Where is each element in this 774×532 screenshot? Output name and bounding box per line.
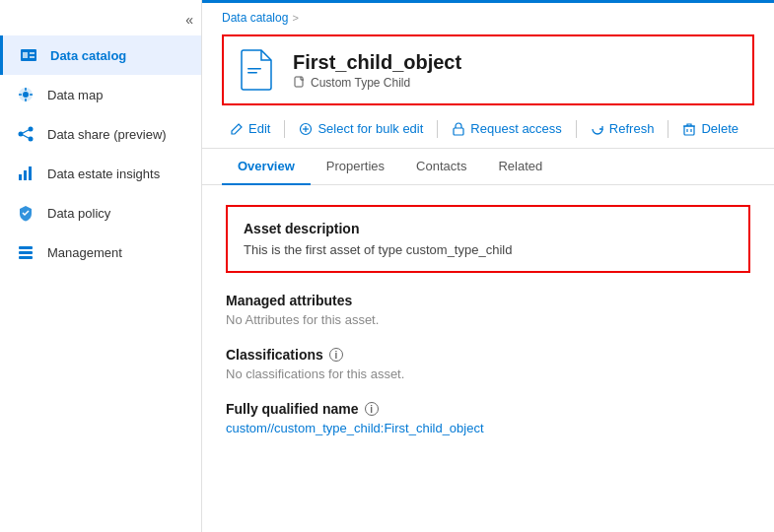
content-area: Asset description This is the first asse… (202, 185, 774, 532)
svg-line-13 (23, 130, 29, 133)
refresh-button[interactable]: Refresh (583, 117, 663, 140)
tab-contacts[interactable]: Contacts (400, 149, 482, 185)
classifications-info-icon: i (329, 348, 343, 362)
toolbar-divider-3 (576, 120, 577, 138)
edit-icon (230, 122, 244, 136)
data-estate-insights-icon (16, 164, 35, 183)
tab-overview[interactable]: Overview (222, 149, 311, 185)
data-policy-icon (16, 203, 35, 223)
sidebar-item-label-data-estate-insights: Data estate insights (47, 166, 160, 181)
managed-attributes-label: Managed attributes (226, 293, 750, 308)
sidebar-collapse-button[interactable]: « (185, 12, 193, 28)
toolbar-divider-2 (437, 120, 438, 138)
sidebar-item-label-data-map: Data map (47, 88, 103, 102)
request-access-button[interactable]: Request access (444, 117, 570, 140)
sidebar-item-label-data-catalog: Data catalog (50, 48, 126, 63)
svg-rect-2 (30, 52, 35, 54)
asset-title: First_child_object (293, 50, 461, 74)
breadcrumb-separator: > (292, 12, 298, 24)
data-catalog-icon (19, 45, 38, 65)
sidebar-item-label-management: Management (47, 245, 122, 260)
svg-rect-28 (684, 126, 694, 135)
sidebar-item-label-data-policy: Data policy (47, 206, 110, 221)
svg-rect-3 (30, 56, 35, 58)
asset-icon (236, 48, 279, 92)
fully-qualified-name-label: Fully qualified name i (226, 401, 750, 417)
svg-rect-27 (454, 128, 463, 135)
fully-qualified-name-info-icon: i (365, 402, 379, 416)
bulk-edit-button[interactable]: Select for bulk edit (291, 117, 431, 140)
breadcrumb: Data catalog > (202, 3, 774, 29)
classifications-label: Classifications i (226, 347, 750, 363)
asset-description-title: Asset description (244, 221, 733, 236)
asset-header: First_child_object Custom Type Child (222, 34, 754, 105)
delete-button[interactable]: Delete (674, 117, 746, 140)
toolbar: Edit Select for bulk edit Request access (202, 113, 774, 149)
toolbar-divider-4 (668, 120, 668, 138)
svg-point-5 (23, 92, 29, 98)
sidebar: « Data catalog Data map (0, 0, 202, 532)
tab-properties[interactable]: Properties (311, 149, 400, 185)
delete-icon (682, 122, 696, 136)
asset-info: First_child_object Custom Type Child (293, 50, 461, 90)
tabs-bar: Overview Properties Contacts Related (202, 149, 774, 185)
svg-rect-18 (19, 246, 33, 249)
edit-button[interactable]: Edit (222, 117, 278, 140)
data-share-icon (16, 124, 35, 144)
svg-rect-17 (29, 166, 32, 180)
fully-qualified-name-link[interactable]: custom//custom_type_child:First_child_ob… (226, 421, 750, 435)
request-access-icon (452, 122, 465, 136)
classifications-value: No classifications for this asset. (226, 366, 750, 381)
asset-description-box: Asset description This is the first asse… (226, 205, 750, 273)
svg-rect-19 (19, 251, 33, 254)
svg-rect-22 (247, 72, 257, 74)
sidebar-item-data-map[interactable]: Data map (0, 75, 201, 114)
management-icon (16, 242, 35, 262)
breadcrumb-data-catalog[interactable]: Data catalog (222, 11, 288, 25)
svg-rect-15 (19, 174, 22, 180)
sidebar-item-data-estate-insights[interactable]: Data estate insights (0, 154, 201, 193)
svg-rect-21 (247, 68, 261, 70)
svg-rect-1 (23, 52, 28, 58)
sidebar-collapse-area: « (0, 8, 201, 35)
classifications-section: Classifications i No classifications for… (226, 347, 750, 381)
asset-description-text: This is the first asset of type custom_t… (244, 242, 733, 257)
asset-subtitle-icon (293, 76, 307, 90)
bulk-edit-icon (299, 122, 313, 136)
main-content: Data catalog > First_child_object Custom… (202, 0, 774, 532)
svg-point-12 (29, 137, 34, 142)
sidebar-item-label-data-share: Data share (preview) (47, 127, 167, 142)
tab-related[interactable]: Related (482, 149, 558, 185)
svg-rect-20 (19, 256, 33, 259)
sidebar-item-data-share[interactable]: Data share (preview) (0, 114, 201, 154)
asset-subtitle: Custom Type Child (293, 76, 461, 90)
sidebar-item-data-policy[interactable]: Data policy (0, 193, 201, 233)
toolbar-divider-1 (284, 120, 285, 138)
svg-point-10 (19, 132, 24, 137)
svg-rect-16 (24, 170, 27, 180)
svg-rect-23 (295, 77, 303, 87)
managed-attributes-value: No Attributes for this asset. (226, 312, 750, 327)
refresh-icon (591, 122, 604, 136)
data-map-icon (16, 85, 35, 104)
svg-point-11 (29, 127, 34, 132)
fully-qualified-name-section: Fully qualified name i custom//custom_ty… (226, 401, 750, 435)
svg-line-14 (23, 135, 29, 138)
sidebar-item-management[interactable]: Management (0, 233, 201, 272)
managed-attributes-section: Managed attributes No Attributes for thi… (226, 293, 750, 327)
sidebar-item-data-catalog[interactable]: Data catalog (0, 35, 201, 75)
